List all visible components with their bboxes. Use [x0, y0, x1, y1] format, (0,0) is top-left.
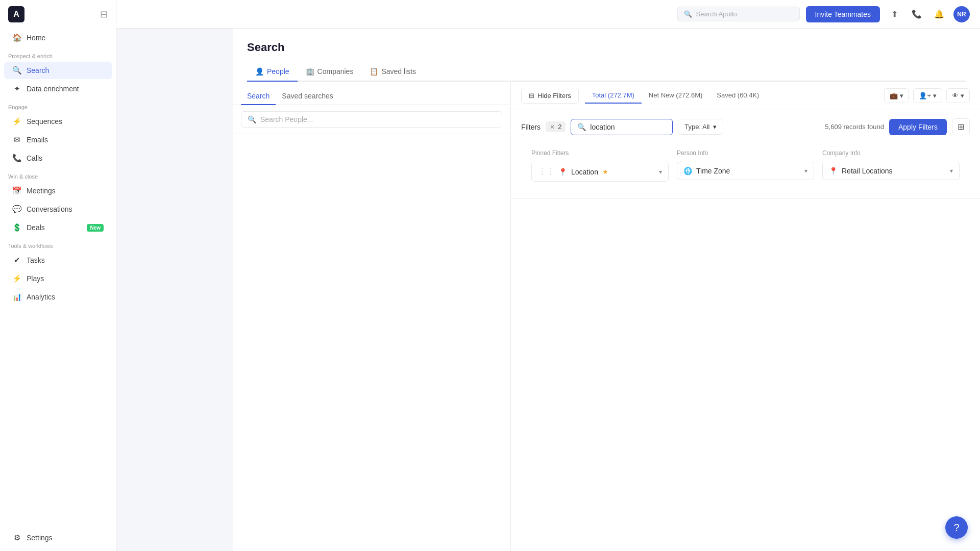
left-tab-search-label: Search	[247, 92, 270, 100]
chevron-down-icon-2: ▾	[933, 92, 937, 99]
filter-category-person-info: Person Info 🌐 Time Zone ▾	[677, 149, 814, 182]
sidebar-item-settings-label: Settings	[27, 534, 53, 542]
sidebar-item-analytics[interactable]: 📊 Analytics	[4, 288, 112, 306]
search-people-input[interactable]: 🔍 Search People...	[241, 111, 502, 128]
filter-categories: Pinned Filters ⋮⋮ 📍 Location ★ ▾ Person …	[521, 141, 970, 190]
view-toggle-button[interactable]: 👁 ▾	[946, 88, 970, 103]
export-button[interactable]: 💼 ▾	[884, 88, 909, 103]
location-filter-icon: 📍	[558, 168, 567, 176]
records-count: 5,609 records found	[825, 123, 884, 131]
emails-icon: ✉	[12, 135, 21, 144]
view-tab-total[interactable]: Total (272.7M)	[585, 88, 642, 104]
sidebar-item-deals-label: Deals	[27, 223, 45, 232]
page-title: Search	[247, 41, 966, 54]
sidebar-item-emails[interactable]: ✉ Emails	[4, 131, 112, 148]
filter-category-pinned: Pinned Filters ⋮⋮ 📍 Location ★ ▾	[531, 149, 669, 182]
view-tab-net-new[interactable]: Net New (272.6M)	[642, 88, 709, 104]
avatar[interactable]: NR	[953, 6, 970, 22]
left-panel: Search Saved searches 🔍 Search People...	[233, 82, 511, 551]
calls-icon: 📞	[12, 154, 21, 163]
search-apollo-placeholder: Search Apollo	[696, 10, 737, 18]
filter-icon: ⊟	[529, 92, 534, 99]
data-enrichment-icon: ✦	[12, 84, 21, 93]
topbar: 🔍 Search Apollo Invite Teammates ⬆ 📞 🔔 N…	[116, 0, 980, 29]
hide-filters-button[interactable]: ⊟ Hide Filters	[521, 88, 579, 104]
bell-icon[interactable]: 🔔	[931, 6, 947, 22]
main-content: Search 👤 People 🏢 Companies 📋 Saved list…	[233, 29, 980, 551]
sidebar-item-data-enrichment[interactable]: ✦ Data enrichment	[4, 80, 112, 97]
tab-companies-label: Companies	[317, 67, 354, 76]
timezone-chevron-icon: ▾	[804, 167, 807, 174]
view-tab-net-new-label: Net New (272.6M)	[649, 91, 702, 99]
filter-count-badge[interactable]: ✕ 2	[546, 121, 566, 132]
sidebar-item-calls[interactable]: 📞 Calls	[4, 149, 112, 167]
type-chevron-icon: ▾	[713, 123, 717, 131]
view-tab-saved-label: Saved (60.4K)	[717, 91, 759, 99]
sidebar-item-emails-label: Emails	[27, 136, 48, 144]
main-header: Search 👤 People 🏢 Companies 📋 Saved list…	[233, 29, 980, 82]
sidebar-item-settings[interactable]: ⚙ Settings	[4, 529, 112, 546]
timezone-filter-dropdown[interactable]: 🌐 Time Zone ▾	[677, 162, 814, 180]
sidebar-item-plays-label: Plays	[27, 274, 44, 283]
people-tab-icon: 👤	[255, 67, 264, 76]
view-tab-saved[interactable]: Saved (60.4K)	[709, 88, 766, 104]
pinned-filters-label: Pinned Filters	[531, 149, 669, 157]
filter-clear-icon[interactable]: ✕	[550, 123, 555, 131]
apply-filters-button[interactable]: Apply Filters	[889, 119, 947, 135]
sidebar-item-search[interactable]: 🔍 Search	[4, 62, 112, 79]
sidebar-item-search-label: Search	[27, 66, 49, 74]
left-tab-saved-searches[interactable]: Saved searches	[276, 88, 339, 105]
filter-search-input[interactable]: 🔍 location	[571, 119, 673, 135]
eye-icon: 👁	[952, 92, 959, 99]
search-nav-icon: 🔍	[12, 66, 21, 75]
sidebar-item-sequences[interactable]: ⚡ Sequences	[4, 113, 112, 130]
timezone-filter-icon: 🌐	[683, 167, 692, 175]
sidebar-logo: A ⊟	[0, 0, 116, 29]
sidebar-item-tasks[interactable]: ✔ Tasks	[4, 252, 112, 269]
sidebar-item-tasks-label: Tasks	[27, 256, 45, 264]
tab-companies[interactable]: 🏢 Companies	[298, 62, 362, 82]
person-add-icon: 👤+	[919, 92, 931, 99]
retail-locations-filter-label: Retail Locations	[842, 167, 893, 175]
deals-icon: 💲	[12, 223, 21, 232]
sidebar-section-win: Win & close	[0, 167, 116, 182]
tab-saved-lists[interactable]: 📋 Saved lists	[361, 62, 424, 82]
hide-filters-label: Hide Filters	[537, 92, 571, 99]
app-logo[interactable]: A	[8, 6, 24, 22]
settings-icon: ⚙	[12, 533, 21, 542]
search-people-box: 🔍 Search People...	[233, 105, 510, 134]
add-to-list-button[interactable]: 👤+ ▾	[913, 88, 942, 103]
deals-new-badge: New	[87, 224, 104, 232]
left-tab-search[interactable]: Search	[241, 88, 276, 105]
sidebar-item-deals[interactable]: 💲 Deals New	[4, 219, 112, 236]
retail-locations-filter-dropdown[interactable]: 📍 Retail Locations ▾	[822, 162, 960, 180]
sidebar-item-conversations[interactable]: 💬 Conversations	[4, 201, 112, 218]
sidebar-item-home[interactable]: 🏠 Home	[4, 29, 112, 46]
meetings-icon: 📅	[12, 186, 21, 195]
phone-icon[interactable]: 📞	[909, 6, 925, 22]
sidebar-item-plays[interactable]: ⚡ Plays	[4, 270, 112, 287]
left-panel-tabs: Search Saved searches	[233, 82, 510, 105]
pin-icon: ★	[602, 168, 608, 176]
sidebar: A ⊟ 🏠 Home Prospect & enrich 🔍 Search ✦ …	[0, 0, 116, 551]
search-apollo-input[interactable]: 🔍 Search Apollo	[677, 7, 800, 21]
grid-view-button[interactable]: ⊞	[952, 118, 970, 135]
sidebar-item-home-label: Home	[27, 34, 45, 42]
tab-people[interactable]: 👤 People	[247, 62, 298, 82]
sidebar-item-meetings[interactable]: 📅 Meetings	[4, 182, 112, 199]
filter-search-value: location	[590, 123, 615, 131]
sidebar-section-tools: Tools & workflows	[0, 237, 116, 251]
invite-teammates-button[interactable]: Invite Teammates	[806, 6, 880, 22]
drag-handle-icon: ⋮⋮	[538, 167, 554, 177]
type-select[interactable]: Type: All ▾	[678, 119, 723, 135]
sidebar-section-prospect: Prospect & enrich	[0, 47, 116, 61]
help-button[interactable]: ?	[945, 516, 968, 539]
sidebar-collapse-button[interactable]: ⊟	[100, 9, 108, 20]
timezone-filter-label: Time Zone	[696, 167, 730, 175]
company-info-label: Company Info	[822, 149, 960, 157]
home-icon: 🏠	[12, 33, 21, 42]
sidebar-item-meetings-label: Meetings	[27, 187, 56, 195]
location-filter-dropdown[interactable]: ⋮⋮ 📍 Location ★ ▾	[531, 162, 669, 182]
retail-locations-chevron-icon: ▾	[950, 167, 953, 174]
upload-icon[interactable]: ⬆	[886, 6, 902, 22]
